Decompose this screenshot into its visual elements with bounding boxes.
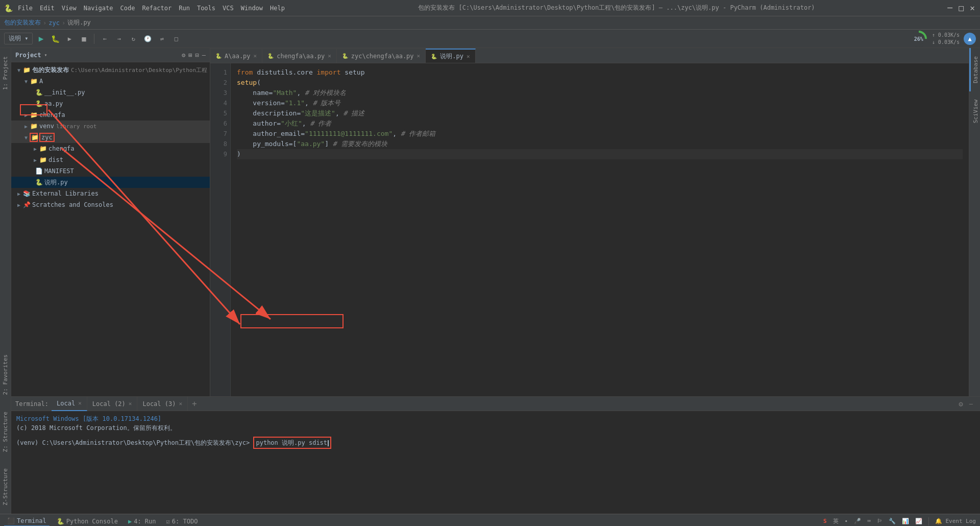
cpu-percent-label: 26% [914, 36, 923, 41]
project-panel-header: Project ▾ ⚙ ⊞ ⊟ — [11, 48, 210, 62]
tab-zyccfa[interactable]: 🐍 zyc\chengfa\aa.py ✕ [337, 49, 426, 63]
sogou-icon: S [823, 518, 827, 524]
file-menu-help[interactable]: Help [268, 5, 287, 12]
tab-Aaa[interactable]: 🐍 A\aa.py ✕ [210, 49, 262, 63]
tree-item-scratches[interactable]: ▶ 📌 Scratches and Consoles [11, 199, 210, 210]
forward-button[interactable]: → [113, 33, 125, 45]
code-line-9: ) [237, 149, 963, 159]
terminal-tab-local3[interactable]: Local (3) ✕ [137, 397, 188, 411]
tab-close-chengfaaa[interactable]: ✕ [328, 53, 331, 59]
tree-item-root[interactable]: ▼ 📁 包的安装发布 C:\Users\Administrator\Deskto… [11, 64, 210, 76]
minimize-button[interactable]: ─ [946, 5, 953, 12]
tree-item-zyc[interactable]: ▼ 📁 zyc [11, 132, 210, 143]
terminal-minimize-button[interactable]: — [966, 400, 976, 408]
history-button[interactable]: 🕐 [141, 33, 154, 45]
close-button[interactable]: ✕ [969, 5, 976, 12]
tab-close-shuoming[interactable]: ✕ [467, 53, 470, 60]
traffic-icon: ▲ [964, 33, 976, 45]
tab-close-zyccfa[interactable]: ✕ [417, 53, 421, 59]
structure-side-tab[interactable]: Z: Structure [0, 403, 11, 460]
tree-item-dist[interactable]: ▶ 📁 dist [11, 154, 210, 165]
title-controls: ─ □ ✕ [946, 5, 976, 12]
file-menu-tools[interactable]: Tools [195, 5, 217, 12]
breadcrumb-item-project[interactable]: 包的安装发布 [4, 18, 41, 27]
run-tool-btn[interactable]: ▶ 4: Run [125, 517, 159, 526]
titlebar: 🐍 File Edit View Navigate Code Refactor … [0, 0, 980, 16]
project-collapse-icon[interactable]: ⊟ [195, 52, 199, 59]
python-console-tool-btn[interactable]: 🐍 Python Console [54, 517, 121, 526]
code-line-6: author="小红", # 作者 [237, 118, 963, 129]
update-button[interactable]: ↻ [127, 33, 139, 45]
download-stat: ↓ 0.03K/s [932, 39, 960, 46]
bookmark-button[interactable]: ⇌ [156, 33, 168, 45]
project-selector[interactable]: 说明 ▾ [4, 33, 33, 44]
file-menu-vcs[interactable]: VCS [220, 5, 236, 12]
terminal-tab-close-local3[interactable]: ✕ [179, 400, 182, 407]
sciview-side-tab[interactable]: SciView [969, 91, 981, 131]
file-menu-refactor[interactable]: Refactor [140, 5, 174, 12]
tree-item-external-libs[interactable]: ▶ 📚 External Libraries [11, 188, 210, 199]
file-menu-run[interactable]: Run [177, 5, 192, 12]
todo-tool-btn[interactable]: ☑ 6: TODO [163, 517, 201, 526]
upload-stat: ↑ 0.03K/s [932, 32, 960, 39]
left-side-tabs: 1: Project 2: Favorites Z: Structure Z-S… [0, 48, 11, 514]
tree-item-zyc-chengfa[interactable]: ▶ 📁 chengfa [11, 143, 210, 154]
run-button[interactable]: ▶ [35, 33, 47, 45]
terminal-tool-btn[interactable]: ⬛ Terminal [4, 516, 50, 527]
file-menu-window[interactable]: Window [239, 5, 265, 12]
terminal-line-2: (c) 2018 Microsoft Corporation。保留所有权利。 [16, 423, 975, 433]
file-menu-navigate[interactable]: Navigate [82, 5, 115, 12]
tree-item-chengfa[interactable]: ▶ 📁 chengfa [11, 109, 210, 121]
terminal-tab-close-local2[interactable]: ✕ [129, 400, 132, 407]
terminal-settings-button[interactable]: ⚙ [955, 400, 966, 408]
file-menu-edit[interactable]: Edit [38, 5, 57, 12]
breadcrumb-item-file[interactable]: 说明.py [67, 18, 91, 27]
terminal-command-box: python 说明.py sdist [253, 437, 331, 449]
new-terminal-button[interactable]: + [188, 399, 201, 409]
ime-label: 英 [833, 517, 839, 525]
tree-item-A[interactable]: ▼ 📁 A [11, 76, 210, 87]
tab-close-Aaa[interactable]: ✕ [254, 53, 257, 59]
file-menu-view[interactable]: View [60, 5, 79, 12]
code-line-3: name="Math", # 对外模块名 [237, 88, 963, 98]
tab-chengfaaa[interactable]: 🐍 chengfa\aa.py ✕ [262, 49, 337, 63]
project-settings-icon[interactable]: ⚙ [182, 52, 185, 59]
tree-item-aa[interactable]: 🐍 aa.py [11, 98, 210, 109]
debug-button[interactable]: 🐛 [49, 33, 61, 45]
breadcrumb-item-zyc[interactable]: zyc [48, 19, 60, 27]
tab-shuoming[interactable]: 🐍 说明.py ✕ [426, 49, 475, 63]
breadcrumb-separator: › [43, 19, 46, 27]
z-structure-side-tab[interactable]: Z-Structure [0, 460, 11, 514]
project-hide-icon[interactable]: — [202, 52, 206, 59]
status-right: S 英 • 🎤 ⌨ 🏳 🔧 📊 📈 🔔 Event Log [823, 517, 976, 525]
project-title: Project [15, 52, 41, 59]
event-log-btn[interactable]: 🔔 Event Log [935, 518, 976, 524]
file-menu-file[interactable]: File [16, 5, 35, 12]
maximize-button[interactable]: □ [958, 5, 965, 12]
terminal-tab-local1[interactable]: Local ✕ [52, 397, 87, 411]
run-coverage-button[interactable]: ▶ [63, 33, 76, 45]
project-expand-icon[interactable]: ⊞ [188, 52, 192, 59]
layout-button[interactable]: □ [170, 33, 182, 45]
tree-item-manifest[interactable]: 📄 MANIFEST [11, 165, 210, 177]
title-left: 🐍 File Edit View Navigate Code Refactor … [4, 4, 287, 12]
code-line-7: author_email="11111111@1111111.com", # 作… [237, 129, 963, 139]
tree-item-init[interactable]: 🐍 __init__.py [11, 87, 210, 98]
editor-area: 🐍 A\aa.py ✕ 🐍 chengfa\aa.py ✕ 🐍 zyc\chen… [210, 48, 969, 396]
line-numbers: 1 2 3 4 5 6 7 8 9 [210, 63, 231, 396]
right-side-tabs: Database SciView [969, 48, 980, 396]
favorites-side-tab[interactable]: 2: Favorites [0, 346, 11, 403]
terminal-prompt: (venv) C:\Users\Administrator\Desktop\Py… [16, 439, 250, 446]
project-dropdown-icon[interactable]: ▾ [44, 52, 47, 58]
project-side-tab[interactable]: 1: Project [0, 48, 11, 98]
tree-item-shuoming[interactable]: 🐍 说明.py [11, 177, 210, 188]
file-menu-code[interactable]: Code [118, 5, 137, 12]
terminal-tab-local2[interactable]: Local (2) ✕ [87, 397, 138, 411]
code-content[interactable]: from distutils.core import setup setup( … [231, 63, 969, 396]
back-button[interactable]: ← [99, 33, 111, 45]
code-editor: 1 2 3 4 5 6 7 8 9 from distutil [210, 63, 969, 396]
tree-item-venv[interactable]: ▶ 📁 venv library root [11, 121, 210, 132]
stop-button[interactable]: ■ [78, 33, 90, 45]
database-side-tab[interactable]: Database [969, 48, 981, 91]
terminal-tab-close-local1[interactable]: ✕ [78, 400, 82, 407]
